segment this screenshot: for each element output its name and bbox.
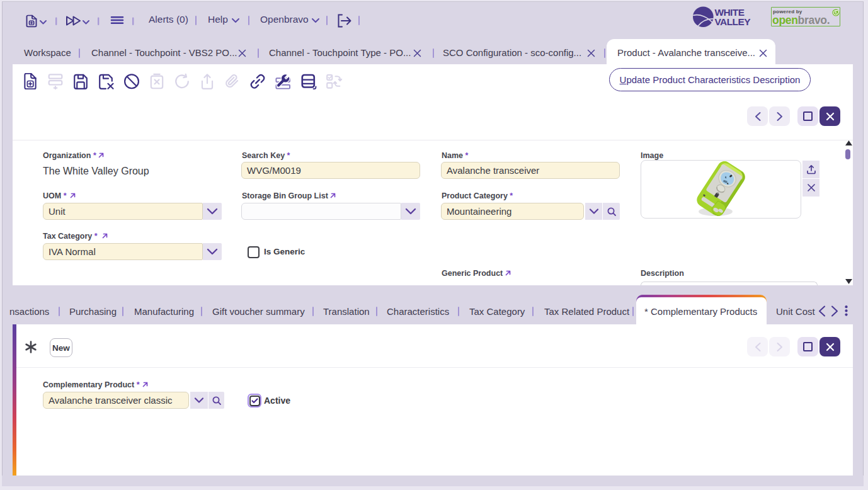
svg-text:VALLEY: VALLEY: [715, 16, 751, 27]
